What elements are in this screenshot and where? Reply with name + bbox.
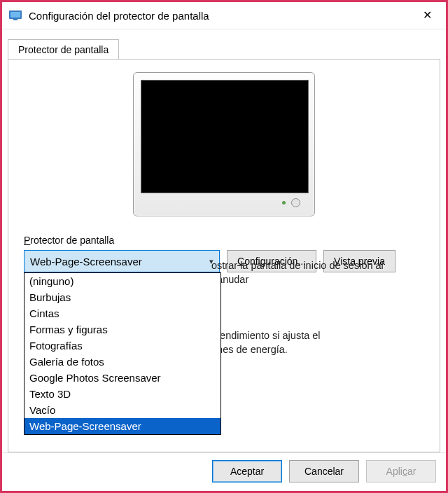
monitor-icon <box>133 72 315 216</box>
screensaver-combobox[interactable]: Web-Page-Screensaver ▾ <box>24 250 220 272</box>
dropdown-option[interactable]: Google Photos Screensaver <box>24 370 220 386</box>
cancel-button[interactable]: Cancelar <box>289 460 359 482</box>
dropdown-option[interactable]: Galería de fotos <box>24 354 220 370</box>
dropdown-option[interactable]: Cintas <box>24 305 220 321</box>
monitor-power-icon <box>291 198 300 207</box>
dropdown-option[interactable]: Formas y figuras <box>24 321 220 338</box>
screensaver-settings-icon <box>9 11 22 20</box>
dropdown-option[interactable]: Fotografías <box>24 338 220 354</box>
close-button[interactable]: ✕ <box>411 5 443 26</box>
monitor-led-icon <box>282 201 286 204</box>
ok-button[interactable]: Aceptar <box>212 460 282 482</box>
tab-strip: Protector de pantalla <box>2 29 446 59</box>
dropdown-option[interactable]: Vacío <box>24 402 220 418</box>
power-hint-text-line2: ones de energía. <box>211 344 288 355</box>
resume-lock-text-line1: ostrar la pantalla de inicio de sesión a… <box>211 260 384 271</box>
screensaver-group-label: Protector de pantalla <box>24 235 424 246</box>
dropdown-option[interactable]: (ninguno) <box>24 273 220 289</box>
titlebar[interactable]: Configuración del protector de pantalla … <box>2 2 446 29</box>
svg-rect-2 <box>13 19 18 20</box>
svg-rect-1 <box>10 12 20 18</box>
dialog-button-row: Aceptar Cancelar Aplicar <box>2 452 446 491</box>
preview-area <box>24 72 424 216</box>
tab-page: Protector de pantalla Web-Page-Screensav… <box>8 59 440 452</box>
screensaver-combo-wrap: Web-Page-Screensaver ▾ (ninguno)Burbujas… <box>24 250 220 272</box>
dropdown-option[interactable]: Texto 3D <box>24 386 220 402</box>
apply-button: Aplicar <box>366 460 436 482</box>
power-hint-text-line1: l rendimiento si ajusta el <box>211 330 321 341</box>
window-title: Configuración del protector de pantalla <box>29 10 411 22</box>
screensaver-dropdown[interactable]: (ninguno)BurbujasCintasFormas y figurasF… <box>24 272 221 435</box>
window: Configuración del protector de pantalla … <box>0 0 448 493</box>
monitor-base <box>141 193 307 211</box>
dropdown-option[interactable]: Web-Page-Screensaver <box>24 418 220 434</box>
combobox-value: Web-Page-Screensaver <box>30 256 142 268</box>
dropdown-option[interactable]: Burbujas <box>24 289 220 305</box>
monitor-screen <box>141 80 309 193</box>
tab-screensaver[interactable]: Protector de pantalla <box>8 39 119 60</box>
